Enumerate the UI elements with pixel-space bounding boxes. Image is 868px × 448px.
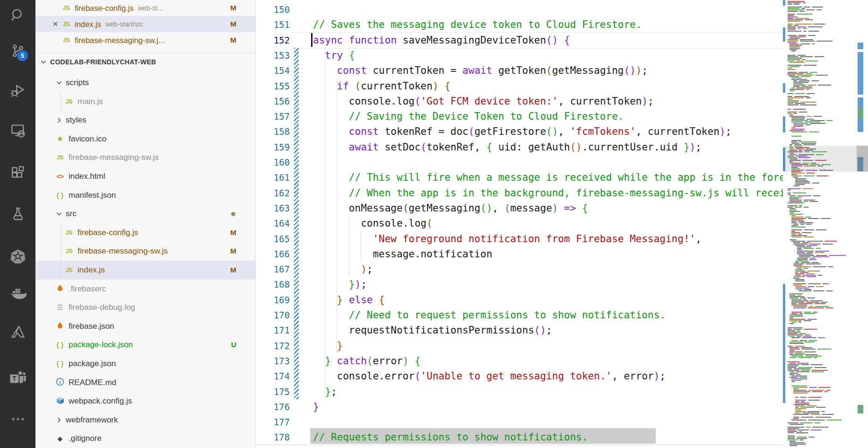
git-status-badge: M <box>230 36 236 44</box>
tree-item-webpack-config-js[interactable]: webpack.config.js <box>35 392 255 411</box>
tree-item-manifest-json[interactable]: { }manifest.json <box>35 186 255 205</box>
code-line[interactable]: 170 // Need to request permissions to sh… <box>256 307 783 323</box>
code-editor[interactable]: 150151// Saves the messaging device toke… <box>256 0 868 448</box>
line-number: 161 <box>256 170 290 185</box>
code-text: // When the app is in the background, fi… <box>313 185 783 201</box>
testing-icon[interactable] <box>0 201 35 227</box>
tree-item-label: favicon.ico <box>69 134 106 144</box>
code-line[interactable]: 150 <box>256 2 783 18</box>
tree-item-label: main.js <box>78 97 103 106</box>
code-line[interactable]: 160 <box>256 155 783 170</box>
extensions-icon[interactable] <box>0 159 35 186</box>
tree-item-favicon-ico[interactable]: ★favicon.ico <box>35 130 255 149</box>
tree-folder-scripts[interactable]: scripts <box>35 73 255 92</box>
code-line[interactable]: 173 } catch(error) { <box>256 353 783 369</box>
code-line[interactable]: 155 if (currentToken) { <box>256 79 783 94</box>
docker-icon[interactable] <box>0 281 35 307</box>
code-text: await setDoc(tokenRef, { uid: getAuth().… <box>313 140 702 155</box>
code-line[interactable]: 171 requestNotificationsPermissions(); <box>256 323 783 338</box>
open-editor-item[interactable]: ✕JSindex.jsweb-start/srcM <box>35 16 255 32</box>
code-line[interactable]: 165 'New foreground notification from Fi… <box>256 231 783 247</box>
minimap[interactable] <box>783 0 868 448</box>
js-file-icon: JS <box>64 246 78 256</box>
tree-indent-guide <box>61 223 61 280</box>
code-line[interactable]: 169 } else { <box>256 292 783 308</box>
section-header-label: CODELAB-FRIENDLYCHAT-WEB <box>50 58 156 66</box>
code-line[interactable]: 151// Saves the messaging device token t… <box>256 17 783 33</box>
tree-item-firebase-config-js[interactable]: JSfirebase-config.jsM <box>35 223 255 242</box>
code-text: message.notification <box>313 246 492 262</box>
code-text: requestNotificationsPermissions(); <box>313 323 552 338</box>
code-line[interactable]: 168 }); <box>256 277 783 292</box>
braces-file-icon: { } <box>55 190 69 201</box>
vertical-scrollbar-thumb[interactable] <box>857 146 868 172</box>
code-line[interactable]: 158 const tokenRef = doc(getFirestore(),… <box>256 124 783 140</box>
git-status-badge: M <box>230 20 236 28</box>
code-line[interactable]: 153 try { <box>256 48 783 63</box>
git-status-badge: U <box>231 341 236 349</box>
code-line[interactable]: 162 // When the app is in the background… <box>256 185 783 201</box>
code-line[interactable]: 161 // This will fire when a message is … <box>256 170 783 185</box>
log-file-icon: ☰ <box>55 302 69 313</box>
line-number: 167 <box>256 262 290 277</box>
search-icon[interactable] <box>0 2 35 28</box>
code-line[interactable]: 167 ); <box>256 262 783 277</box>
code-text: // Need to request permissions to show n… <box>313 307 666 323</box>
tree-item-firebase-json[interactable]: firebase.json <box>35 317 255 336</box>
line-number: 172 <box>256 338 290 354</box>
git-file-icon: ◆ <box>55 433 69 444</box>
tree-item--gitignore[interactable]: ◆.gitignore <box>35 429 255 448</box>
code-line[interactable]: 177 <box>256 414 783 430</box>
code-line[interactable]: 178// Requests permissions to show notif… <box>256 430 783 445</box>
code-line[interactable]: 163 onMessage(getMessaging(), (message) … <box>256 201 783 216</box>
code-line[interactable]: 164 console.log( <box>256 216 783 231</box>
code-line[interactable]: 159 await setDoc(tokenRef, { uid: getAut… <box>256 140 783 155</box>
close-icon[interactable]: ✕ <box>52 20 61 28</box>
remote-explorer-icon[interactable] <box>0 117 35 144</box>
tree-item-firebase-messaging-sw-js[interactable]: JSfirebase-messaging-sw.js <box>35 148 255 167</box>
code-line[interactable]: 152async function saveMessagingDeviceTok… <box>256 33 783 48</box>
ruler-modified-mark <box>858 52 863 95</box>
tree-item-package-json[interactable]: { }package.json <box>35 354 255 373</box>
tree-item-package-lock-json[interactable]: { }package-lock.jsonU <box>35 335 255 354</box>
minimap-slider[interactable] <box>783 146 868 172</box>
code-line[interactable]: 176} <box>256 399 783 415</box>
tree-item-index-js[interactable]: JSindex.jsM <box>35 261 255 280</box>
tree-item-label: src <box>66 209 77 219</box>
js-file-icon: JS <box>64 265 78 275</box>
tree-item-readme-md[interactable]: iREADME.md <box>35 373 255 392</box>
run-and-debug-icon[interactable] <box>0 77 35 104</box>
tree-item-main-js[interactable]: JSmain.js <box>35 92 255 111</box>
more-actions-icon[interactable] <box>0 406 35 432</box>
line-number: 158 <box>256 124 290 140</box>
code-line[interactable]: 154 const currentToken = await getToken(… <box>256 63 783 79</box>
tree-item--firebaserc[interactable]: .firebaserc <box>35 280 255 299</box>
line-number: 171 <box>256 323 290 338</box>
tree-item-firebase-messaging-sw-js[interactable]: JSfirebase-messaging-sw.jsM <box>35 242 255 261</box>
teams-icon[interactable]: T <box>0 365 35 391</box>
code-line[interactable]: 157 // Saving the Device Token to Cloud … <box>256 109 783 124</box>
code-line[interactable]: 174 console.error('Unable to get messagi… <box>256 369 783 384</box>
workspace-section-header[interactable]: CODELAB-FRIENDLYCHAT-WEB <box>35 53 255 70</box>
code-line[interactable]: 166 message.notification <box>256 246 783 262</box>
source-control-icon[interactable]: 5 <box>0 38 35 64</box>
kubernetes-icon[interactable] <box>0 243 35 270</box>
tree-item-index-html[interactable]: <>index.html <box>35 167 255 186</box>
tree-folder-webframework[interactable]: webframework <box>35 411 255 430</box>
code-line[interactable]: 175 }; <box>256 384 783 400</box>
tree-folder-src[interactable]: src <box>35 204 255 223</box>
line-number: 177 <box>256 414 290 430</box>
code-line[interactable]: 172 } <box>256 338 783 354</box>
open-editor-item[interactable]: JSfirebase-messaging-sw.j...M <box>35 32 255 48</box>
code-line[interactable]: 156 console.log('Got FCM device token:',… <box>256 94 783 109</box>
tree-item-firebase-debug-log[interactable]: ☰firebase-debug.log <box>35 298 255 317</box>
flame-file-icon <box>55 283 69 295</box>
tree-item-label: .firebaserc <box>69 284 106 294</box>
azure-icon[interactable] <box>0 319 35 345</box>
code-text: async function saveMessagingDeviceToken(… <box>313 33 570 48</box>
overview-ruler[interactable] <box>857 0 868 448</box>
line-number: 152 <box>256 33 290 48</box>
modified-folder-dot <box>231 212 235 216</box>
open-editor-item[interactable]: JSfirebase-config.jsweb-st...M <box>35 0 255 16</box>
tree-folder-styles[interactable]: styles <box>35 111 255 130</box>
